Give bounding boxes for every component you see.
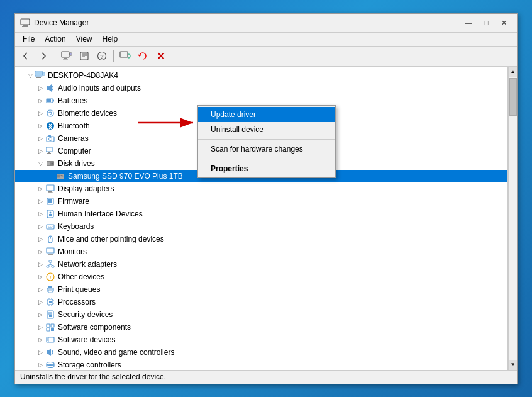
update-button[interactable]	[135, 48, 151, 64]
bluetooth-icon	[45, 121, 55, 131]
svg-rect-2	[22, 26, 28, 27]
mice-icon	[45, 234, 55, 244]
svg-rect-21	[47, 86, 49, 90]
expand-icon: ▷	[35, 321, 45, 333]
keyboards-label: Keyboards	[58, 222, 94, 231]
processors-label: Processors	[58, 298, 96, 306]
monitor-icon	[45, 247, 55, 257]
computer-node-icon	[45, 146, 55, 156]
tree-storage[interactable]: ▷ Storage controllers	[15, 359, 507, 370]
print-icon	[45, 284, 55, 294]
computer-label: Computer	[58, 147, 91, 155]
toolbar: ? ✕	[15, 47, 517, 67]
tree-hid[interactable]: ▷ Human Interface Devices	[15, 208, 507, 220]
maximize-button[interactable]: □	[478, 16, 494, 29]
forward-button[interactable]	[35, 48, 52, 64]
svg-rect-24	[53, 99, 54, 101]
tree-monitors[interactable]: ▷ Monitors	[15, 245, 507, 258]
sw-components-label: Software components	[58, 323, 131, 332]
tree-mice[interactable]: ▷ Mice and other pointing devices	[15, 233, 507, 245]
expand-icon: ▷	[35, 82, 45, 94]
scan-button[interactable]	[117, 48, 133, 64]
tree-processors[interactable]: ▷ Processors	[15, 296, 507, 308]
svg-rect-4	[64, 58, 67, 59]
svg-rect-17	[37, 77, 40, 77]
delete-button[interactable]: ✕	[152, 48, 169, 64]
biometric-label: Biometric devices	[58, 109, 117, 118]
expand-icon: ▷	[35, 346, 45, 359]
tree-root[interactable]: ▽ DESKTOP-4D8JAK4	[15, 69, 507, 82]
monitors-label: Monitors	[58, 247, 87, 256]
expand-icon: ▷	[35, 258, 45, 271]
menu-bar: File Action View Help	[15, 33, 517, 47]
firmware-icon	[45, 196, 55, 206]
svg-rect-18	[36, 77, 41, 78]
tree-security[interactable]: ▷ Security devices	[15, 308, 507, 321]
tree-network[interactable]: ▷ Network adapters	[15, 258, 507, 271]
keyboard-icon	[45, 221, 55, 232]
properties-button[interactable]	[76, 48, 92, 64]
svg-rect-87	[51, 324, 54, 327]
toolbar-sep-2	[113, 50, 114, 62]
svg-rect-31	[47, 153, 51, 154]
svg-rect-40	[48, 191, 52, 193]
storage-icon	[45, 360, 55, 370]
expand-icon: ▷	[35, 107, 45, 120]
status-text: Uninstalls the driver for the selected d…	[20, 372, 166, 381]
ctx-uninstall-device[interactable]: Uninstall device	[198, 122, 335, 137]
expand-icon: ▷	[35, 333, 45, 346]
ctx-properties[interactable]: Properties	[198, 161, 335, 176]
menu-action[interactable]: Action	[40, 33, 70, 45]
svg-rect-0	[21, 19, 30, 25]
svg-rect-59	[48, 254, 53, 255]
close-button[interactable]: ✕	[496, 16, 512, 29]
svg-rect-52	[50, 226, 51, 226]
svg-rect-60	[49, 260, 52, 262]
menu-help[interactable]: Help	[97, 33, 123, 45]
minimize-button[interactable]: —	[460, 16, 477, 29]
other-label: Other devices	[58, 272, 104, 281]
help-button[interactable]: ?	[94, 48, 110, 64]
svg-rect-30	[48, 152, 50, 153]
tree-print[interactable]: ▷ Print queues	[15, 283, 507, 296]
svg-rect-44	[50, 199, 52, 201]
svg-rect-69	[48, 286, 52, 288]
network-label: Network adapters	[58, 260, 117, 269]
tree-sw-components[interactable]: ▷ Software components	[15, 321, 507, 333]
hid-label: Human Interface Devices	[58, 210, 143, 218]
svg-rect-36	[57, 174, 60, 177]
svg-point-56	[50, 237, 51, 238]
computer-button[interactable]	[58, 48, 75, 64]
svg-text:!: !	[50, 274, 52, 281]
menu-view[interactable]: View	[71, 33, 97, 45]
tree-keyboards[interactable]: ▷ Keyboards	[15, 220, 507, 233]
scroll-up[interactable]: ▲	[509, 67, 518, 77]
tree-sound[interactable]: ▷ Sound, video and game controllers	[15, 346, 507, 359]
svg-rect-86	[47, 324, 50, 327]
ctx-scan-changes[interactable]: Scan for hardware changes	[198, 142, 335, 157]
scrollbar[interactable]: ▲ ▼	[508, 67, 517, 370]
svg-point-25	[47, 122, 54, 130]
svg-rect-62	[52, 266, 54, 267]
tree-audio[interactable]: ▷ Audio inputs and outputs	[15, 82, 507, 94]
expand-icon: ▷	[35, 220, 45, 233]
camera-icon	[45, 133, 55, 143]
expand-icon: ▷	[35, 283, 45, 296]
ctx-update-driver[interactable]: Update driver	[198, 107, 335, 122]
back-button[interactable]	[18, 48, 34, 64]
scroll-down[interactable]: ▼	[509, 360, 518, 370]
tree-firmware[interactable]: ▷ Firmware	[15, 195, 507, 208]
svg-rect-58	[48, 254, 52, 254]
battery-icon	[45, 96, 55, 106]
svg-rect-28	[48, 135, 51, 137]
display-label: Display adapters	[58, 184, 114, 193]
scroll-thumb[interactable]	[509, 78, 517, 116]
print-label: Print queues	[58, 285, 100, 294]
tree-other[interactable]: ▷ ! Other devices	[15, 271, 507, 283]
svg-rect-29	[46, 147, 52, 152]
tree-sw-devices[interactable]: ▷ Software devices	[15, 333, 507, 346]
title-icon	[20, 18, 30, 28]
title-bar: Device Manager — □ ✕	[15, 14, 517, 33]
menu-file[interactable]: File	[18, 33, 40, 45]
tree-display[interactable]: ▷ Display adapters	[15, 182, 507, 195]
